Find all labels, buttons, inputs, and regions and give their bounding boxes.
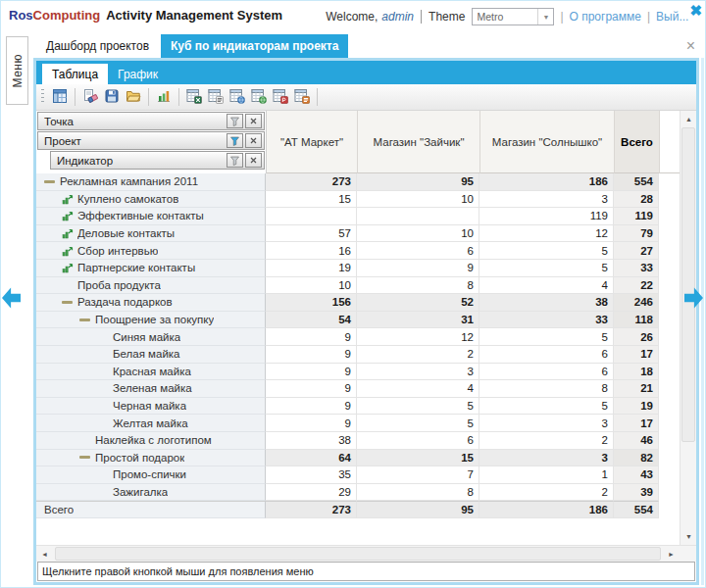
pivot-cell[interactable]: 26 (614, 328, 659, 346)
pivot-cell[interactable]: 5 (479, 328, 614, 346)
pivot-cell[interactable]: 119 (479, 208, 614, 225)
pivot-cell[interactable]: 3 (357, 364, 479, 381)
scroll-left-icon[interactable]: ◄ (36, 546, 53, 563)
pivot-cell[interactable]: 29 (266, 484, 357, 502)
pivot-cell[interactable]: 6 (479, 346, 614, 364)
export-pdf-button[interactable] (270, 86, 291, 108)
export-html-button[interactable] (248, 86, 270, 108)
pivot-cell[interactable]: 7 (357, 466, 479, 484)
row-label-cell[interactable]: Поощрение за покупку (36, 312, 266, 329)
pivot-cell[interactable]: 9 (266, 415, 357, 432)
pivot-cell[interactable]: 38 (266, 432, 357, 450)
pivot-cell[interactable]: 273 (266, 173, 357, 191)
pivot-cell[interactable]: 12 (479, 225, 614, 243)
pivot-cell[interactable] (357, 208, 479, 225)
column-header[interactable]: Магазин "Зайчик" (358, 111, 480, 173)
pivot-cell[interactable]: 4 (479, 277, 614, 295)
column-header[interactable]: Магазин "Солнышко" (480, 111, 615, 173)
pivot-cell[interactable]: 3 (479, 450, 614, 467)
pivot-cell[interactable]: 2 (357, 346, 479, 364)
pivot-cell[interactable]: 9 (357, 260, 479, 277)
row-label-cell[interactable]: Красная майка (36, 364, 266, 381)
pivot-cell[interactable]: 46 (614, 432, 659, 450)
window-close-icon[interactable]: ✖ (689, 2, 702, 20)
row-label-cell[interactable]: Проба продукта (36, 277, 266, 295)
pivot-cell[interactable]: 12 (357, 328, 479, 346)
tab-dashboard[interactable]: Дашборд проектов (36, 34, 159, 58)
clear-layout-button[interactable] (79, 86, 101, 108)
collapse-minus-icon[interactable] (62, 301, 73, 304)
pivot-cell[interactable]: 19 (614, 398, 659, 416)
pivot-cell[interactable]: 2 (479, 432, 614, 450)
collapse-panel-left-arrow-icon[interactable] (2, 287, 21, 309)
pivot-cell[interactable]: 54 (266, 312, 357, 329)
pivot-cell[interactable]: 273 (266, 501, 357, 518)
row-label-cell[interactable]: Зеленая майка (36, 380, 266, 398)
vertical-scroll-track[interactable] (681, 127, 696, 528)
pivot-cell[interactable]: 2 (479, 484, 614, 502)
row-label-cell[interactable]: Белая майка (36, 346, 266, 364)
pivot-cell[interactable]: 118 (614, 312, 659, 329)
row-label-cell[interactable]: Промо-спички (36, 466, 266, 484)
tab-cube[interactable]: Куб по индикаторам проекта (161, 34, 348, 58)
horizontal-scroll-thumb[interactable] (55, 547, 661, 561)
pivot-cell[interactable]: 6 (357, 242, 479, 260)
pivot-cell[interactable]: 6 (357, 432, 479, 450)
pivot-cell[interactable]: 1 (479, 466, 614, 484)
collapse-minus-icon[interactable] (79, 318, 90, 321)
pivot-cell[interactable]: 17 (614, 346, 659, 364)
pivot-cell[interactable]: 8 (357, 484, 479, 502)
vertical-scrollbar[interactable]: ▲ ▼ (680, 111, 696, 545)
pivot-cell[interactable]: 95 (357, 501, 479, 518)
pivot-cell[interactable]: 9 (266, 364, 357, 381)
pivot-cell[interactable]: 95 (357, 173, 479, 191)
pivot-cell[interactable]: 5 (479, 260, 614, 277)
scroll-down-icon[interactable]: ▼ (681, 528, 697, 545)
field-button-indicator[interactable]: Индикатор (50, 151, 265, 170)
pivot-cell[interactable]: 57 (266, 225, 357, 243)
pivot-cell[interactable]: 246 (614, 294, 659, 312)
pivot-cell[interactable]: 5 (357, 415, 479, 432)
pivot-cell[interactable]: 3 (479, 191, 614, 209)
export-mht-button[interactable] (227, 86, 248, 108)
row-label-cell[interactable]: Сбор интервью (36, 242, 266, 260)
pivot-cell[interactable]: 18 (614, 364, 659, 381)
pivot-cell[interactable]: 38 (479, 294, 614, 312)
field-button-project[interactable]: Проект (37, 131, 265, 150)
remove-field-icon[interactable] (245, 133, 262, 148)
pivot-cell[interactable]: 9 (266, 328, 357, 346)
row-label-cell[interactable]: Зажигалка (36, 484, 266, 502)
pivot-cell[interactable]: 3 (479, 415, 614, 432)
pivot-cell[interactable]: 156 (266, 294, 357, 312)
pivot-cell[interactable]: 33 (479, 312, 614, 329)
column-header[interactable]: Всего (615, 111, 660, 173)
pivot-cell[interactable]: 21 (614, 380, 659, 398)
subtab-table[interactable]: Таблица (42, 64, 108, 84)
row-label-cell[interactable]: Желтая майка (36, 415, 266, 432)
pivot-cell[interactable]: 15 (357, 450, 479, 467)
pivot-cell[interactable]: 16 (266, 242, 357, 260)
save-layout-button[interactable] (101, 86, 123, 108)
pivot-cell[interactable]: 33 (614, 260, 659, 277)
pivot-cell[interactable]: 554 (614, 173, 659, 191)
filter-icon[interactable] (227, 114, 243, 128)
pivot-cell[interactable] (266, 208, 357, 225)
pivot-cell[interactable]: 4 (357, 380, 479, 398)
pivot-cell[interactable]: 19 (266, 260, 357, 277)
pivot-cell[interactable]: 43 (614, 466, 659, 484)
collapse-minus-icon[interactable] (44, 180, 55, 183)
pivot-cell[interactable]: 186 (479, 501, 614, 518)
pivot-cell[interactable]: 10 (357, 225, 479, 243)
pivot-cell[interactable]: 28 (614, 191, 659, 209)
horizontal-scrollbar[interactable]: ◄ ► (36, 545, 680, 562)
chart-button[interactable] (153, 86, 175, 108)
scroll-up-icon[interactable]: ▲ (681, 111, 697, 127)
collapse-minus-icon[interactable] (79, 456, 90, 459)
toolbar-grip-icon[interactable] (41, 89, 44, 105)
pivot-cell[interactable]: 22 (614, 277, 659, 295)
export-txt-button[interactable] (205, 86, 227, 108)
row-label-cell[interactable]: Синяя майка (36, 328, 266, 346)
row-label-cell[interactable]: Черная майка (36, 398, 266, 416)
row-label-cell[interactable]: Куплено самокатов (36, 191, 266, 209)
pivot-cell[interactable]: 8 (357, 277, 479, 295)
